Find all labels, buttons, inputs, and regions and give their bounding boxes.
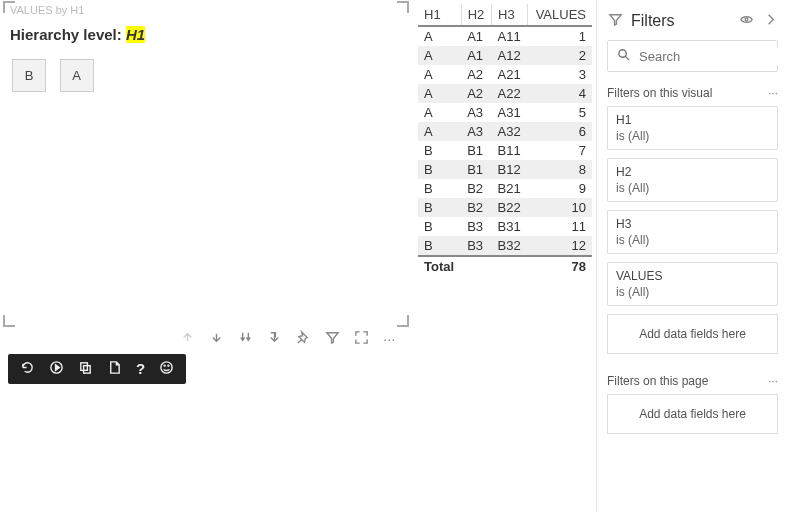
resize-handle-bl[interactable] bbox=[3, 315, 15, 327]
section-visual-more-icon[interactable]: ··· bbox=[768, 86, 778, 100]
cell-h1: A bbox=[418, 122, 461, 141]
filter-search-input[interactable] bbox=[637, 48, 786, 65]
help-icon[interactable]: ? bbox=[136, 360, 145, 378]
drill-down-icon[interactable] bbox=[209, 330, 224, 348]
cell-h3: A11 bbox=[492, 26, 528, 46]
table-row[interactable]: AA2A213 bbox=[418, 65, 592, 84]
more-options-icon[interactable]: ··· bbox=[383, 330, 396, 348]
filter-card-name: H1 bbox=[616, 113, 769, 127]
expand-all-down-icon[interactable] bbox=[238, 330, 253, 348]
table-row[interactable]: AA3A326 bbox=[418, 122, 592, 141]
svg-point-6 bbox=[745, 18, 748, 21]
add-fields-visual[interactable]: Add data fields here bbox=[607, 314, 778, 354]
col-h1[interactable]: H1 bbox=[418, 4, 461, 26]
resize-handle-br[interactable] bbox=[397, 315, 409, 327]
resize-handle-tl[interactable] bbox=[3, 1, 15, 13]
copy-icon[interactable] bbox=[78, 360, 93, 378]
filter-card-name: VALUES bbox=[616, 269, 769, 283]
col-values[interactable]: VALUES bbox=[528, 4, 592, 26]
section-visual-header: Filters on this visual ··· bbox=[607, 86, 778, 100]
hierarchy-prefix: Hierarchy level: bbox=[10, 26, 122, 43]
filter-search[interactable] bbox=[607, 40, 778, 72]
add-fields-page[interactable]: Add data fields here bbox=[607, 394, 778, 434]
table-row[interactable]: BB1B117 bbox=[418, 141, 592, 160]
cell-h2: B1 bbox=[461, 160, 491, 179]
cell-h2: B1 bbox=[461, 141, 491, 160]
cell-value: 10 bbox=[528, 198, 592, 217]
table-row[interactable]: AA3A315 bbox=[418, 103, 592, 122]
visual-frame[interactable]: VALUES by H1 Hierarchy level: H1 B A bbox=[6, 4, 406, 324]
filter-card-condition: is (All) bbox=[616, 129, 649, 143]
filter-card[interactable]: VALUESis (All) bbox=[607, 262, 778, 306]
cell-value: 2 bbox=[528, 46, 592, 65]
col-h2[interactable]: H2 bbox=[461, 4, 491, 26]
cell-h1: A bbox=[418, 84, 461, 103]
section-page-label: Filters on this page bbox=[607, 374, 768, 388]
table-row[interactable]: BB1B128 bbox=[418, 160, 592, 179]
resize-handle-tr[interactable] bbox=[397, 1, 409, 13]
table-row[interactable]: AA1A122 bbox=[418, 46, 592, 65]
filter-card[interactable]: H2is (All) bbox=[607, 158, 778, 202]
cell-h2: B2 bbox=[461, 179, 491, 198]
pill-b[interactable]: B bbox=[12, 59, 46, 92]
table-row[interactable]: BB2B2210 bbox=[418, 198, 592, 217]
filter-card[interactable]: H1is (All) bbox=[607, 106, 778, 150]
refresh-icon[interactable] bbox=[20, 360, 35, 378]
new-page-icon[interactable] bbox=[107, 360, 122, 378]
cell-h1: A bbox=[418, 26, 461, 46]
filter-card-name: H3 bbox=[616, 217, 769, 231]
collapse-pane-icon[interactable] bbox=[762, 12, 778, 30]
cell-value: 8 bbox=[528, 160, 592, 179]
cell-h1: B bbox=[418, 179, 461, 198]
col-h3[interactable]: H3 bbox=[492, 4, 528, 26]
filter-icon[interactable] bbox=[325, 330, 340, 348]
table-row[interactable]: BB2B219 bbox=[418, 179, 592, 198]
cell-h2: A3 bbox=[461, 103, 491, 122]
cell-h3: A22 bbox=[492, 84, 528, 103]
visual-toolbar: ··· bbox=[180, 330, 396, 348]
eye-icon[interactable] bbox=[738, 12, 754, 30]
table-row[interactable]: AA1A111 bbox=[418, 26, 592, 46]
data-table: H1 H2 H3 VALUES AA1A111AA1A122AA2A213AA2… bbox=[418, 4, 592, 276]
cell-h2: B2 bbox=[461, 198, 491, 217]
table-row[interactable]: AA2A224 bbox=[418, 84, 592, 103]
filter-card[interactable]: H3is (All) bbox=[607, 210, 778, 254]
cell-h1: B bbox=[418, 236, 461, 256]
cell-h3: B31 bbox=[492, 217, 528, 236]
filter-card-condition: is (All) bbox=[616, 285, 649, 299]
section-page-more-icon[interactable]: ··· bbox=[768, 374, 778, 388]
feedback-icon[interactable] bbox=[159, 360, 174, 378]
pin-icon[interactable] bbox=[296, 330, 311, 348]
cell-value: 1 bbox=[528, 26, 592, 46]
drill-up-icon[interactable] bbox=[180, 330, 195, 348]
section-page-header: Filters on this page ··· bbox=[607, 374, 778, 388]
action-bar: ? bbox=[8, 354, 186, 384]
cell-value: 7 bbox=[528, 141, 592, 160]
cell-h2: B3 bbox=[461, 236, 491, 256]
cell-value: 11 bbox=[528, 217, 592, 236]
expand-hierarchy-icon[interactable] bbox=[267, 330, 282, 348]
pill-a[interactable]: A bbox=[60, 59, 94, 92]
table-header-row: H1 H2 H3 VALUES bbox=[418, 4, 592, 26]
filter-pane-icon bbox=[607, 12, 623, 30]
search-icon bbox=[616, 47, 631, 65]
filter-card-condition: is (All) bbox=[616, 181, 649, 195]
hierarchy-label: Hierarchy level: H1 bbox=[6, 16, 406, 57]
table-row[interactable]: BB3B3111 bbox=[418, 217, 592, 236]
cell-h3: B11 bbox=[492, 141, 528, 160]
cell-h1: B bbox=[418, 217, 461, 236]
total-value: 78 bbox=[528, 256, 592, 276]
cell-value: 3 bbox=[528, 65, 592, 84]
section-visual-label: Filters on this visual bbox=[607, 86, 768, 100]
cell-h2: A2 bbox=[461, 65, 491, 84]
table-row[interactable]: BB3B3212 bbox=[418, 236, 592, 256]
focus-mode-icon[interactable] bbox=[354, 330, 369, 348]
play-icon[interactable] bbox=[49, 360, 64, 378]
cell-value: 4 bbox=[528, 84, 592, 103]
cell-h1: B bbox=[418, 160, 461, 179]
cell-h1: A bbox=[418, 65, 461, 84]
svg-point-5 bbox=[168, 365, 169, 366]
filters-panel: Filters Filters on this visual ··· H1is … bbox=[596, 0, 786, 512]
cell-h3: B21 bbox=[492, 179, 528, 198]
canvas-area: VALUES by H1 Hierarchy level: H1 B A bbox=[0, 0, 596, 512]
